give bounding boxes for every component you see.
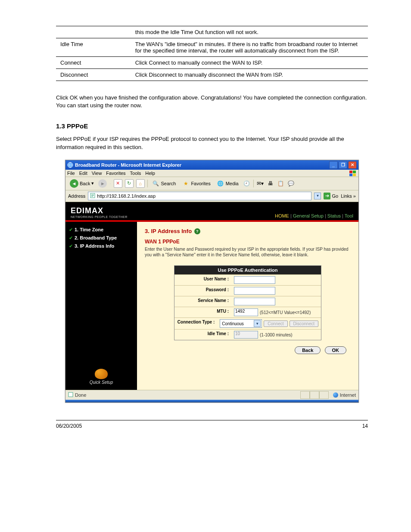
section-paragraph: Select PPPoE if your ISP requires the PP…	[56, 135, 368, 151]
minimize-button[interactable]: _	[329, 161, 338, 169]
edimax-logo: EDIMAX	[71, 206, 103, 215]
go-button[interactable]: ➔ Go	[324, 193, 338, 199]
home-button[interactable]: ⌂	[136, 179, 145, 188]
connect-button[interactable]: Connect	[264, 320, 287, 327]
window-title: Broadband Router - Microsoft Internet Ex…	[75, 162, 329, 168]
service-name-input[interactable]	[234, 298, 275, 305]
browser-window: Broadband Router - Microsoft Internet Ex…	[65, 160, 359, 403]
svg-rect-3	[349, 174, 352, 176]
url-text: http://192.168.2.1/index.asp	[97, 193, 156, 199]
footer-date: 06/20/2005	[56, 423, 82, 429]
section-title: 1.3 PPPoE	[56, 122, 368, 130]
cell: Disconnect	[56, 69, 131, 81]
toolbar: ◄ Back ▾ ► · ✕ ↻ ⌂ 🔍Search ★Favorites 🌐M…	[65, 177, 358, 190]
mail-button[interactable]: ✉▾	[256, 180, 264, 187]
edit-button[interactable]: 📋	[277, 180, 285, 187]
search-icon: 🔍	[152, 180, 160, 187]
addressbar: Address http://192.168.2.1/index.asp ▼ ➔…	[65, 190, 358, 202]
help-icon[interactable]: ?	[194, 228, 200, 234]
check-icon: ✔	[69, 243, 73, 249]
windows-logo-icon	[349, 170, 357, 177]
maximize-button[interactable]: ❐	[339, 161, 347, 169]
menu-view[interactable]: View	[92, 171, 102, 176]
username-label: User Name :	[174, 275, 231, 285]
star-icon: ★	[182, 180, 190, 187]
forward-button[interactable]: ►	[98, 179, 107, 188]
quick-setup[interactable]: Quick Setup	[69, 369, 134, 385]
url-input[interactable]: http://192.168.2.1/index.asp	[88, 192, 311, 200]
sidebar-item-ip-address-info[interactable]: ✔3. IP Address Info	[69, 243, 134, 249]
main-pane: 3. IP Address Info ? WAN 1 PPPoE Enter t…	[137, 222, 358, 390]
svg-rect-2	[353, 171, 356, 173]
svg-rect-1	[349, 171, 352, 173]
address-label: Address	[68, 193, 85, 199]
menu-file[interactable]: File	[67, 171, 75, 176]
back-icon: ◄	[70, 179, 78, 188]
parameter-table: this mode the Idle Time Out function wil…	[56, 26, 368, 81]
password-label: Password :	[174, 286, 231, 296]
mtu-hint: (512<=MTU Value<=1492)	[260, 310, 311, 315]
zone-text: Internet	[340, 392, 356, 398]
discuss-button[interactable]: 💬	[287, 180, 295, 187]
statusbar: Done Internet	[65, 390, 358, 400]
nav-tool[interactable]: Tool	[345, 213, 353, 218]
menu-tools[interactable]: Tools	[130, 171, 141, 176]
back-button[interactable]: ◄ Back ▾	[68, 179, 96, 188]
cell	[56, 26, 131, 38]
menu-help[interactable]: Help	[145, 171, 155, 176]
history-button[interactable]: 🕘	[243, 180, 251, 187]
titlebar: Broadband Router - Microsoft Internet Ex…	[65, 160, 358, 170]
dropdown-icon: ▼	[254, 320, 261, 327]
mtu-input[interactable]: 1492	[234, 308, 258, 316]
menu-edit[interactable]: Edit	[79, 171, 87, 176]
refresh-button[interactable]: ↻	[125, 179, 134, 188]
search-button[interactable]: 🔍Search	[150, 179, 178, 188]
url-dropdown-icon[interactable]: ▼	[314, 193, 321, 199]
cell: Click Disconnect to manually disconnect …	[131, 69, 368, 81]
description-text: Enter the User Name and Password require…	[145, 246, 351, 258]
connection-type-label: Connection Type :	[174, 318, 217, 329]
username-input[interactable]	[234, 276, 275, 284]
media-icon: 🌐	[217, 180, 224, 187]
media-button[interactable]: 🌐Media	[215, 179, 240, 188]
page-heading: 3. IP Address Info	[145, 228, 192, 234]
sub-heading: WAN 1 PPPoE	[145, 239, 351, 245]
disconnect-button[interactable]: Disconnect	[290, 320, 318, 327]
nav-general-setup[interactable]: General Setup	[293, 213, 324, 218]
form-title: Use PPPoE Authentication	[174, 266, 321, 274]
sidebar-item-timezone[interactable]: ✔1. Time Zone	[69, 227, 134, 233]
page-icon	[90, 193, 95, 199]
ok-button[interactable]: OK	[325, 346, 347, 354]
footer-page-number: 14	[362, 423, 368, 429]
svg-rect-4	[353, 174, 356, 176]
menubar: File Edit View Favorites Tools Help	[65, 170, 358, 177]
status-text: Done	[75, 392, 86, 398]
stop-button[interactable]: ✕	[114, 179, 122, 188]
service-name-label: Service Name :	[174, 296, 231, 307]
back-button[interactable]: Back	[295, 346, 321, 354]
idle-time-hint: (1-1000 minutes)	[260, 333, 293, 337]
nav-home[interactable]: HOME	[275, 213, 289, 218]
internet-zone-icon	[333, 392, 338, 398]
router-header: EDIMAX NETWORKING PEOPLE TOGETHER HOME |…	[65, 202, 358, 222]
close-button[interactable]: ✕	[348, 161, 357, 169]
pppoe-form: Use PPPoE Authentication User Name : Pas…	[174, 265, 321, 340]
links-label[interactable]: Links »	[341, 193, 356, 199]
sidebar-item-broadband-type[interactable]: ✔2. Broadband Type	[69, 235, 134, 241]
password-input[interactable]	[234, 287, 275, 295]
connection-type-select[interactable]: Continuous ▼	[220, 319, 262, 328]
menu-favorites[interactable]: Favorites	[106, 171, 125, 176]
logo-subtitle: NETWORKING PEOPLE TOGETHER	[71, 215, 128, 218]
nav-status[interactable]: Status	[327, 213, 341, 218]
favorites-button[interactable]: ★Favorites	[180, 179, 212, 188]
taskbar-strip	[65, 400, 358, 402]
cell: Idle Time	[56, 38, 131, 57]
cell: Click Connect to manually connect the WA…	[131, 57, 368, 69]
print-button[interactable]: 🖶	[267, 180, 274, 187]
idle-time-input[interactable]: 10	[234, 331, 258, 339]
check-icon: ✔	[69, 227, 73, 233]
quick-setup-icon	[95, 369, 108, 379]
idle-time-label: Idle Time :	[174, 330, 231, 340]
cell: The WAN's "idle timeout" in minutes. If …	[131, 38, 368, 57]
check-icon: ✔	[69, 235, 73, 241]
